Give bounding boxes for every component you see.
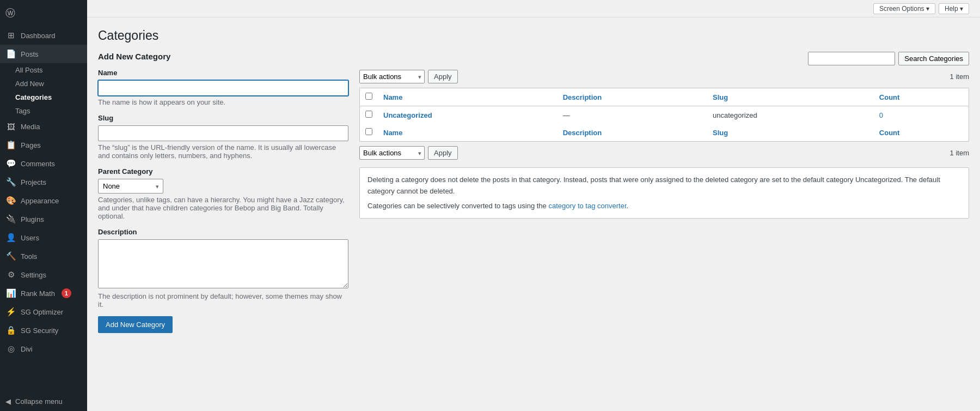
page-title: Categories <box>98 28 969 43</box>
table-footer-row: Name Description Slug Count <box>360 124 969 142</box>
count-column-footer[interactable]: Count <box>874 124 969 142</box>
apply-top-button[interactable]: Apply <box>428 70 458 83</box>
collapse-menu-icon: ◀ <box>5 397 11 406</box>
sidebar-item-label: Settings <box>21 271 46 279</box>
settings-icon: ⚙ <box>5 270 16 280</box>
name-help: The name is how it appears on your site. <box>98 98 348 106</box>
add-category-button[interactable]: Add New Category <box>98 316 173 333</box>
sidebar-item-label: Projects <box>21 178 46 186</box>
sidebar-item-pages[interactable]: 📋 Pages <box>0 136 87 154</box>
table-header-row: Name Description Slug Count <box>360 88 969 106</box>
bulk-actions-top-wrap: Bulk actions <box>359 70 425 83</box>
name-column-footer[interactable]: Name <box>378 124 558 142</box>
select-all-checkbox-top[interactable] <box>365 93 372 100</box>
sidebar-item-users[interactable]: 👤 Users <box>0 228 87 247</box>
rank-math-icon: 📊 <box>5 288 16 298</box>
sidebar-item-posts[interactable]: 📄 Posts <box>0 45 87 63</box>
sidebar-item-all-posts[interactable]: All Posts <box>15 63 87 77</box>
sidebar-item-media[interactable]: 🖼 Media <box>0 118 87 136</box>
search-categories-input[interactable] <box>808 52 895 65</box>
sidebar-item-label: Media <box>21 123 40 131</box>
search-row: Search Categories <box>359 52 969 65</box>
main: Screen Options ▾ Help ▾ Categories Add N… <box>87 0 980 411</box>
count-column-header[interactable]: Count <box>874 88 969 106</box>
sidebar-item-sg-security[interactable]: 🔒 SG Security <box>0 321 87 340</box>
bulk-actions-bottom-select[interactable]: Bulk actions <box>359 146 425 160</box>
top-item-count: 1 item <box>950 72 969 81</box>
sidebar-item-add-new[interactable]: Add New <box>15 77 87 90</box>
bottom-bulk-bar: Bulk actions Apply 1 item <box>359 146 969 160</box>
sidebar-item-label: Plugins <box>21 215 44 223</box>
sg-optimizer-icon: ⚡ <box>5 307 16 317</box>
sidebar-item-categories[interactable]: Categories <box>15 90 87 104</box>
search-categories-button[interactable]: Search Categories <box>898 52 969 65</box>
sidebar-item-comments[interactable]: 💬 Comments <box>0 154 87 173</box>
select-all-checkbox-bottom[interactable] <box>365 128 372 135</box>
form-section-title: Add New Category <box>98 52 348 61</box>
sidebar-item-tags[interactable]: Tags <box>15 104 87 118</box>
slug-column-header[interactable]: Slug <box>707 88 874 106</box>
posts-submenu: All Posts Add New Categories Tags <box>0 63 87 118</box>
slug-column-footer[interactable]: Slug <box>707 124 874 142</box>
checkbox-footer <box>360 124 378 142</box>
row-checkbox-cell <box>360 106 378 124</box>
rank-math-badge: 1 <box>62 288 71 298</box>
sg-security-icon: 🔒 <box>5 325 16 335</box>
notice-line2: Categories can be selectively converted … <box>367 201 961 212</box>
sidebar-item-tools[interactable]: 🔨 Tools <box>0 247 87 265</box>
help-button[interactable]: Help ▾ <box>939 3 969 14</box>
name-input[interactable] <box>98 80 348 96</box>
sidebar-item-divi[interactable]: ◎ Divi <box>0 340 87 358</box>
sidebar-item-rank-math[interactable]: 📊 Rank Math 1 <box>0 284 87 303</box>
slug-input[interactable] <box>98 125 348 141</box>
apply-bottom-label: Apply <box>434 149 452 157</box>
table-panel: Search Categories Bulk actions Apply <box>359 52 969 219</box>
notice-line1: Deleting a category does not delete the … <box>367 174 961 197</box>
sidebar-item-label: SG Security <box>21 327 58 335</box>
description-field: Description The description is not promi… <box>98 228 348 309</box>
category-name-link[interactable]: Uncategorized <box>383 111 432 119</box>
sidebar-item-plugins[interactable]: 🔌 Plugins <box>0 210 87 228</box>
comments-icon: 💬 <box>5 159 16 168</box>
add-category-panel: Add New Category Name The name is how it… <box>98 52 348 333</box>
plugins-icon: 🔌 <box>5 214 16 224</box>
parent-select[interactable]: None <box>98 179 163 194</box>
description-textarea[interactable] <box>98 239 348 288</box>
content-layout: Add New Category Name The name is how it… <box>98 52 969 333</box>
sidebar-item-label: Dashboard <box>21 32 56 40</box>
posts-icon: 📄 <box>5 49 16 59</box>
screen-options-button[interactable]: Screen Options ▾ <box>873 3 935 14</box>
slug-label: Slug <box>98 114 348 122</box>
divi-icon: ◎ <box>5 344 16 354</box>
item-count-top: 1 item <box>950 72 969 81</box>
parent-field: Parent Category None Categories, unlike … <box>98 167 348 220</box>
name-column-header[interactable]: Name <box>378 88 558 106</box>
sidebar-item-label: Comments <box>21 160 55 168</box>
sidebar-item-sg-optimizer[interactable]: ⚡ SG Optimizer <box>0 303 87 321</box>
category-count-link[interactable]: 0 <box>879 111 883 119</box>
slug-field: Slug The “slug” is the URL-friendly vers… <box>98 114 348 160</box>
sidebar-item-projects[interactable]: 🔧 Projects <box>0 173 87 191</box>
bulk-actions-top-select[interactable]: Bulk actions <box>359 70 425 83</box>
description-column-footer[interactable]: Description <box>558 124 707 142</box>
pages-icon: 📋 <box>5 140 16 150</box>
sidebar-item-label: Posts <box>21 50 39 58</box>
collapse-menu-label: Collapse menu <box>15 397 63 406</box>
category-tag-converter-link[interactable]: category to tag converter <box>548 202 626 210</box>
sidebar-item-dashboard[interactable]: ⊞ Dashboard <box>0 26 87 45</box>
sidebar-logo: ⓦ <box>0 0 87 26</box>
help-label: Help <box>945 5 958 13</box>
dashboard-icon: ⊞ <box>5 31 16 40</box>
row-checkbox[interactable] <box>365 111 372 118</box>
item-count-bottom: 1 item <box>950 149 969 157</box>
bottom-item-count: 1 item <box>950 149 969 157</box>
apply-bottom-button[interactable]: Apply <box>428 146 458 160</box>
table-row: Uncategorized — uncategorized 0 <box>360 106 969 124</box>
row-name-cell: Uncategorized <box>378 106 558 124</box>
appearance-icon: 🎨 <box>5 196 16 206</box>
description-column-header[interactable]: Description <box>558 88 707 106</box>
sidebar-item-label: Pages <box>21 141 41 149</box>
sidebar-item-settings[interactable]: ⚙ Settings <box>0 265 87 284</box>
sidebar-item-appearance[interactable]: 🎨 Appearance <box>0 191 87 210</box>
collapse-menu[interactable]: ◀ Collapse menu <box>0 392 87 411</box>
